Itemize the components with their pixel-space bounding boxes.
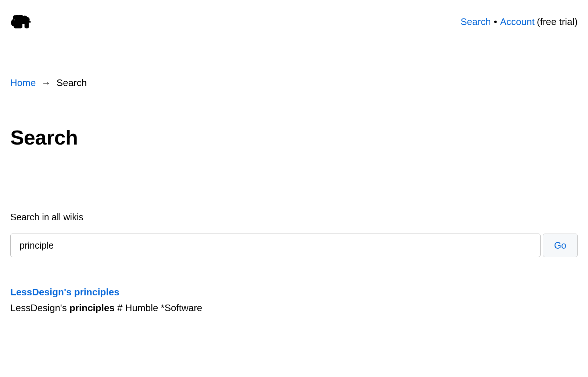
nav-search-link[interactable]: Search [460,16,491,28]
header: Search • Account (free trial) [10,14,578,29]
nav-links: Search • Account (free trial) [460,16,578,28]
search-input[interactable] [10,234,541,257]
go-button[interactable]: Go [543,234,578,257]
nav-suffix: (free trial) [537,16,578,28]
result-title: LessDesign's principles [10,287,578,298]
result-snippet: LessDesign's principles # Humble *Softwa… [10,302,578,314]
breadcrumb-current: Search [57,77,87,88]
search-label: Search in all wikis [10,212,578,223]
result-link[interactable]: LessDesign's principles [10,287,119,298]
result-highlight: principles [69,302,115,313]
breadcrumb-arrow-icon: → [42,77,51,88]
nav-separator: • [494,16,497,28]
search-result: LessDesign's principles LessDesign's pri… [10,287,578,314]
breadcrumb: Home → Search [10,77,578,89]
search-form: Go [10,234,578,257]
page-title: Search [10,125,578,149]
logo-icon[interactable] [10,14,32,29]
nav-account-link[interactable]: Account [500,16,535,28]
breadcrumb-home[interactable]: Home [10,77,36,88]
